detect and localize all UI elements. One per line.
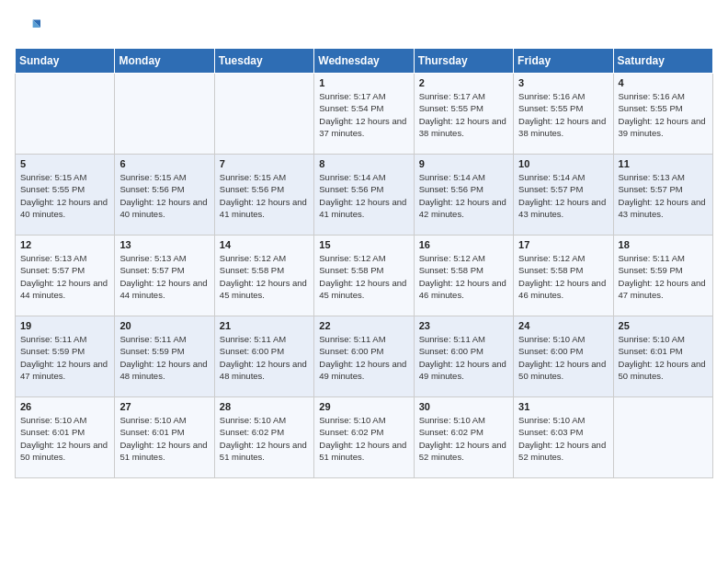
- day-number: 17: [518, 239, 608, 250]
- calendar-cell: 15Sunrise: 5:12 AM Sunset: 5:58 PM Dayli…: [314, 236, 414, 316]
- day-number: 3: [518, 77, 608, 88]
- day-number: 15: [319, 239, 408, 250]
- calendar-table: SundayMondayTuesdayWednesdayThursdayFrid…: [15, 48, 713, 478]
- calendar-body: 1Sunrise: 5:17 AM Sunset: 5:54 PM Daylig…: [16, 74, 713, 478]
- cell-content: Sunrise: 5:12 AM Sunset: 5:58 PM Dayligh…: [419, 252, 508, 301]
- calendar-cell: 19Sunrise: 5:11 AM Sunset: 5:59 PM Dayli…: [16, 316, 115, 397]
- logo: [15, 15, 44, 40]
- calendar-cell: 10Sunrise: 5:14 AM Sunset: 5:57 PM Dayli…: [514, 155, 613, 236]
- day-number: 19: [20, 320, 109, 331]
- day-number: 2: [419, 77, 508, 88]
- day-number: 25: [619, 320, 708, 331]
- cell-content: Sunrise: 5:10 AM Sunset: 6:01 PM Dayligh…: [20, 414, 109, 463]
- calendar-header: SundayMondayTuesdayWednesdayThursdayFrid…: [16, 49, 713, 74]
- day-number: 7: [220, 158, 309, 169]
- header-cell-sunday: Sunday: [16, 49, 115, 74]
- day-number: 14: [220, 239, 309, 250]
- week-row-3: 19Sunrise: 5:11 AM Sunset: 5:59 PM Dayli…: [16, 316, 713, 397]
- cell-content: Sunrise: 5:12 AM Sunset: 5:58 PM Dayligh…: [319, 252, 408, 301]
- cell-content: Sunrise: 5:10 AM Sunset: 6:01 PM Dayligh…: [619, 333, 708, 382]
- cell-content: Sunrise: 5:15 AM Sunset: 5:56 PM Dayligh…: [220, 171, 309, 220]
- calendar-cell: 16Sunrise: 5:12 AM Sunset: 5:58 PM Dayli…: [414, 236, 513, 316]
- day-number: 26: [20, 401, 109, 412]
- calendar-cell: 14Sunrise: 5:12 AM Sunset: 5:58 PM Dayli…: [214, 236, 313, 316]
- calendar-cell: 20Sunrise: 5:11 AM Sunset: 5:59 PM Dayli…: [115, 316, 214, 397]
- header-cell-saturday: Saturday: [613, 49, 712, 74]
- calendar-cell: 1Sunrise: 5:17 AM Sunset: 5:54 PM Daylig…: [314, 74, 414, 155]
- cell-content: Sunrise: 5:17 AM Sunset: 5:54 PM Dayligh…: [319, 90, 408, 139]
- calendar-cell: 21Sunrise: 5:11 AM Sunset: 6:00 PM Dayli…: [214, 316, 313, 397]
- week-row-1: 5Sunrise: 5:15 AM Sunset: 5:55 PM Daylig…: [16, 155, 713, 236]
- calendar-cell: 13Sunrise: 5:13 AM Sunset: 5:57 PM Dayli…: [115, 236, 214, 316]
- calendar-cell: 9Sunrise: 5:14 AM Sunset: 5:56 PM Daylig…: [414, 155, 513, 236]
- cell-content: Sunrise: 5:14 AM Sunset: 5:56 PM Dayligh…: [319, 171, 408, 220]
- calendar-cell: 8Sunrise: 5:14 AM Sunset: 5:56 PM Daylig…: [314, 155, 414, 236]
- day-number: 27: [119, 401, 209, 412]
- day-number: 8: [319, 158, 408, 169]
- day-number: 20: [119, 320, 209, 331]
- calendar-cell: 27Sunrise: 5:10 AM Sunset: 6:01 PM Dayli…: [115, 397, 214, 478]
- day-number: 21: [220, 320, 309, 331]
- calendar-cell: 17Sunrise: 5:12 AM Sunset: 5:58 PM Dayli…: [514, 236, 613, 316]
- calendar-cell: 12Sunrise: 5:13 AM Sunset: 5:57 PM Dayli…: [16, 236, 115, 316]
- week-row-4: 26Sunrise: 5:10 AM Sunset: 6:01 PM Dayli…: [16, 397, 713, 478]
- day-number: 18: [619, 239, 708, 250]
- day-number: 24: [518, 320, 608, 331]
- cell-content: Sunrise: 5:10 AM Sunset: 6:02 PM Dayligh…: [419, 414, 508, 463]
- cell-content: Sunrise: 5:10 AM Sunset: 6:02 PM Dayligh…: [319, 414, 408, 463]
- cell-content: Sunrise: 5:15 AM Sunset: 5:55 PM Dayligh…: [20, 171, 109, 220]
- calendar-cell: [115, 74, 214, 155]
- page-header: [15, 15, 713, 40]
- cell-content: Sunrise: 5:11 AM Sunset: 6:00 PM Dayligh…: [319, 333, 408, 382]
- calendar-cell: 29Sunrise: 5:10 AM Sunset: 6:02 PM Dayli…: [314, 397, 414, 478]
- calendar-cell: 24Sunrise: 5:10 AM Sunset: 6:00 PM Dayli…: [514, 316, 613, 397]
- calendar-cell: 11Sunrise: 5:13 AM Sunset: 5:57 PM Dayli…: [613, 155, 712, 236]
- calendar-cell: 3Sunrise: 5:16 AM Sunset: 5:55 PM Daylig…: [514, 74, 613, 155]
- day-number: 23: [419, 320, 508, 331]
- cell-content: Sunrise: 5:11 AM Sunset: 5:59 PM Dayligh…: [20, 333, 109, 382]
- day-number: 11: [619, 158, 708, 169]
- day-number: 10: [518, 158, 608, 169]
- cell-content: Sunrise: 5:14 AM Sunset: 5:56 PM Dayligh…: [419, 171, 508, 220]
- logo-icon: [15, 15, 40, 40]
- day-number: 1: [319, 77, 408, 88]
- day-number: 31: [518, 401, 608, 412]
- cell-content: Sunrise: 5:15 AM Sunset: 5:56 PM Dayligh…: [119, 171, 209, 220]
- calendar-cell: 5Sunrise: 5:15 AM Sunset: 5:55 PM Daylig…: [16, 155, 115, 236]
- cell-content: Sunrise: 5:11 AM Sunset: 6:00 PM Dayligh…: [419, 333, 508, 382]
- cell-content: Sunrise: 5:10 AM Sunset: 6:03 PM Dayligh…: [518, 414, 608, 463]
- day-number: 5: [20, 158, 109, 169]
- cell-content: Sunrise: 5:12 AM Sunset: 5:58 PM Dayligh…: [220, 252, 309, 301]
- calendar-cell: 6Sunrise: 5:15 AM Sunset: 5:56 PM Daylig…: [115, 155, 214, 236]
- calendar-cell: 31Sunrise: 5:10 AM Sunset: 6:03 PM Dayli…: [514, 397, 613, 478]
- cell-content: Sunrise: 5:13 AM Sunset: 5:57 PM Dayligh…: [119, 252, 209, 301]
- calendar-cell: 23Sunrise: 5:11 AM Sunset: 6:00 PM Dayli…: [414, 316, 513, 397]
- calendar-cell: 22Sunrise: 5:11 AM Sunset: 6:00 PM Dayli…: [314, 316, 414, 397]
- cell-content: Sunrise: 5:10 AM Sunset: 6:01 PM Dayligh…: [119, 414, 209, 463]
- day-number: 30: [419, 401, 508, 412]
- calendar-cell: 30Sunrise: 5:10 AM Sunset: 6:02 PM Dayli…: [414, 397, 513, 478]
- cell-content: Sunrise: 5:14 AM Sunset: 5:57 PM Dayligh…: [518, 171, 608, 220]
- calendar-cell: [613, 397, 712, 478]
- day-number: 9: [419, 158, 508, 169]
- cell-content: Sunrise: 5:10 AM Sunset: 6:02 PM Dayligh…: [220, 414, 309, 463]
- header-row: SundayMondayTuesdayWednesdayThursdayFrid…: [16, 49, 713, 74]
- cell-content: Sunrise: 5:12 AM Sunset: 5:58 PM Dayligh…: [518, 252, 608, 301]
- cell-content: Sunrise: 5:11 AM Sunset: 5:59 PM Dayligh…: [619, 252, 708, 301]
- calendar-cell: [16, 74, 115, 155]
- day-number: 13: [119, 239, 209, 250]
- day-number: 12: [20, 239, 109, 250]
- header-cell-friday: Friday: [514, 49, 613, 74]
- cell-content: Sunrise: 5:16 AM Sunset: 5:55 PM Dayligh…: [619, 90, 708, 139]
- day-number: 29: [319, 401, 408, 412]
- calendar-cell: 25Sunrise: 5:10 AM Sunset: 6:01 PM Dayli…: [613, 316, 712, 397]
- calendar-cell: 7Sunrise: 5:15 AM Sunset: 5:56 PM Daylig…: [214, 155, 313, 236]
- day-number: 22: [319, 320, 408, 331]
- cell-content: Sunrise: 5:16 AM Sunset: 5:55 PM Dayligh…: [518, 90, 608, 139]
- cell-content: Sunrise: 5:17 AM Sunset: 5:55 PM Dayligh…: [419, 90, 508, 139]
- cell-content: Sunrise: 5:13 AM Sunset: 5:57 PM Dayligh…: [20, 252, 109, 301]
- header-cell-tuesday: Tuesday: [214, 49, 313, 74]
- cell-content: Sunrise: 5:13 AM Sunset: 5:57 PM Dayligh…: [619, 171, 708, 220]
- header-cell-monday: Monday: [115, 49, 214, 74]
- cell-content: Sunrise: 5:11 AM Sunset: 5:59 PM Dayligh…: [119, 333, 209, 382]
